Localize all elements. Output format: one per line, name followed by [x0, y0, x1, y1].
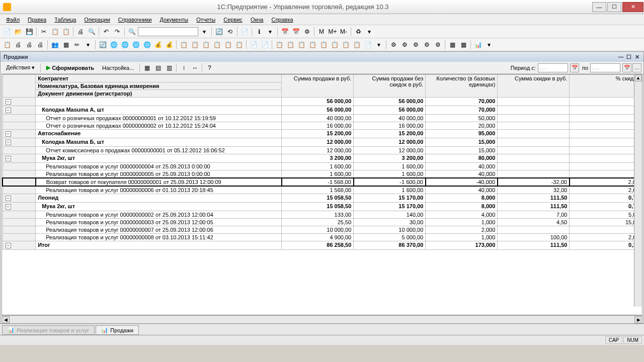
tb2-icon-36[interactable]: 📄	[363, 40, 373, 50]
panel-close-icon[interactable]: ✕	[633, 53, 640, 60]
table-row[interactable]: Возврат товаров от покупателя 0000000000…	[3, 178, 641, 186]
table-row[interactable]: −Колодка Masuma Б, шт12 000,0012 000,001…	[3, 138, 641, 147]
table-row[interactable]: Отчет о розничных продажах 00000000001 о…	[3, 115, 641, 122]
table-row[interactable]: −Леонид15 058,5015 170,008,000111,500,74	[3, 194, 641, 203]
col-header-sum[interactable]: Сумма продажи в руб.	[282, 75, 354, 98]
new-icon[interactable]: 📄	[2, 27, 12, 37]
m-minus-button[interactable]: M-	[339, 27, 349, 37]
scroll-left-icon[interactable]: ◀	[2, 316, 10, 323]
tb2-icon-0[interactable]: 📋	[2, 40, 12, 50]
table-row[interactable]: Реализация товаров и услуг 00000000002 о…	[3, 211, 641, 219]
tb2-icon-10[interactable]: 🔄	[98, 40, 108, 50]
misc-icon[interactable]: ⚙	[302, 27, 312, 37]
tb2-icon-42[interactable]: ⚙	[422, 40, 432, 50]
col-header-document[interactable]: Документ движения (регистратор)	[36, 90, 282, 98]
tree-toggle-icon[interactable]: −	[6, 140, 11, 145]
minimize-button[interactable]: —	[592, 2, 606, 12]
table-row[interactable]: Отчет о розничных продажах 00000000002 о…	[3, 122, 641, 130]
menu-3[interactable]: Операции	[80, 16, 114, 24]
period-to-input[interactable]	[590, 63, 620, 72]
calendar-icon[interactable]: 📅	[280, 27, 290, 37]
close-button[interactable]: ✕	[622, 2, 643, 12]
menu-6[interactable]: Отчеты	[192, 16, 219, 24]
tb2-icon-20[interactable]: 📋	[201, 40, 211, 50]
horizontal-scrollbar[interactable]: ◀ ▶	[2, 315, 642, 323]
m-plus-button[interactable]: M+	[328, 27, 338, 37]
table-row[interactable]: Реализация товаров и услуг 00000000004 о…	[3, 163, 641, 170]
columns-icon[interactable]: ▤	[153, 63, 163, 73]
tb2-icon-7[interactable]: ✏	[72, 40, 82, 50]
menu-8[interactable]: Окна	[247, 16, 268, 24]
tb2-icon-23[interactable]: 📋	[234, 40, 244, 50]
expand-icon[interactable]: ↕	[179, 63, 189, 73]
tb2-icon-2[interactable]: 🖨	[24, 40, 34, 50]
period-to-picker[interactable]: 📅	[622, 63, 631, 72]
tb2-icon-41[interactable]: ⚙	[411, 40, 421, 50]
tb2-icon-12[interactable]: 🌐	[120, 40, 130, 50]
columns2-icon[interactable]: ▥	[164, 63, 174, 73]
tree-toggle-icon[interactable]: −	[6, 243, 11, 248]
col-header-sum-nodiscount[interactable]: Сумма продажи без скидок в руб.	[354, 75, 426, 98]
tb2-icon-28[interactable]: 📋	[274, 40, 284, 50]
col-header-pct[interactable]: % скидки	[570, 75, 641, 98]
tb2-icon-33[interactable]: 📋	[330, 40, 340, 50]
tab-0[interactable]: 📊Реализация товаров и услуг	[2, 325, 95, 335]
tb2-icon-49[interactable]: ▾	[484, 40, 494, 50]
print-icon[interactable]: 🖨	[75, 27, 86, 37]
open-icon[interactable]: 📂	[13, 27, 23, 37]
tb2-icon-25[interactable]: 📄	[249, 40, 259, 50]
collapse-icon[interactable]: ↔	[190, 63, 200, 73]
col-header-counterparty[interactable]: Контрагент	[36, 75, 282, 82]
menu-1[interactable]: Правка	[24, 16, 50, 24]
copy-icon[interactable]: 📋	[50, 27, 60, 37]
tb2-icon-15[interactable]: 💰	[153, 40, 163, 50]
search-input[interactable]	[138, 27, 198, 36]
undo-icon[interactable]: ↶	[101, 27, 111, 37]
tb2-icon-6[interactable]: ▦	[61, 40, 71, 50]
scroll-right-icon[interactable]: ▶	[634, 316, 642, 323]
table-row[interactable]: Реализация товаров и услуг 00000000003 о…	[3, 219, 641, 226]
tb2-icon-29[interactable]: 📋	[285, 40, 295, 50]
tree-toggle-icon[interactable]: −	[6, 156, 11, 161]
tb2-icon-39[interactable]: ⚙	[388, 40, 398, 50]
tb2-icon-46[interactable]: ▦	[458, 40, 468, 50]
report-grid[interactable]: Контрагент Сумма продажи в руб. Сумма пр…	[2, 74, 642, 315]
panel-maximize-icon[interactable]: ☐	[625, 53, 632, 60]
tb2-icon-45[interactable]: ▦	[447, 40, 457, 50]
save-icon[interactable]: 💾	[24, 27, 34, 37]
tree-toggle-icon[interactable]: −	[6, 108, 11, 113]
col-header-nomenclature[interactable]: Номенклатура, Базовая единица измерения	[36, 82, 282, 90]
tb2-icon-30[interactable]: 📋	[296, 40, 306, 50]
menu-9[interactable]: Справка	[267, 16, 297, 24]
calendar2-icon[interactable]: 📅	[291, 27, 301, 37]
settings-button[interactable]: Настройка...	[99, 63, 137, 72]
paste-icon[interactable]: 📋	[61, 27, 71, 37]
tb2-icon-1[interactable]: 🖨	[13, 40, 23, 50]
tree-toggle-icon[interactable]: −	[6, 99, 11, 105]
m-button[interactable]: M	[316, 27, 327, 37]
cut-icon[interactable]: ✂	[39, 27, 49, 37]
tb2-icon-31[interactable]: 📋	[307, 40, 317, 50]
tb2-icon-3[interactable]: 🖨	[35, 40, 45, 50]
table-row[interactable]: Реализация товаров и услуг 00000000008 о…	[3, 234, 641, 241]
back-icon[interactable]: ⟲	[225, 27, 235, 37]
col-header-discount[interactable]: Сумма скидки в руб.	[498, 75, 570, 98]
tb2-icon-19[interactable]: 📋	[190, 40, 200, 50]
menu-7[interactable]: Сервис	[219, 16, 247, 24]
dropdown3-icon[interactable]: ▾	[364, 27, 374, 37]
table-row[interactable]: Реализация товаров и услуг 00000000007 о…	[3, 226, 641, 234]
period-more-button[interactable]: …	[632, 63, 641, 72]
tb2-icon-26[interactable]: 📄	[260, 40, 270, 50]
table-row[interactable]: Отчет комиссионера о продажах 0000000000…	[3, 147, 641, 154]
tb2-icon-11[interactable]: 🌐	[109, 40, 119, 50]
table-row[interactable]: Реализация товаров и услуг 00000000005 о…	[3, 170, 641, 178]
tree-toggle-icon[interactable]: −	[6, 131, 11, 137]
period-from-picker[interactable]: 📅	[570, 63, 579, 72]
page-icon[interactable]: 📄	[239, 27, 250, 37]
table-row[interactable]: −Мука 2кг, шт15 058,5015 170,008,000111,…	[3, 203, 641, 211]
tb2-icon-48[interactable]: 📊	[473, 40, 483, 50]
redo-icon[interactable]: ↷	[112, 27, 122, 37]
panel-minimize-icon[interactable]: —	[617, 53, 624, 60]
menu-5[interactable]: Документы	[155, 16, 192, 24]
vertical-scrollbar[interactable]: ▲	[634, 74, 642, 307]
